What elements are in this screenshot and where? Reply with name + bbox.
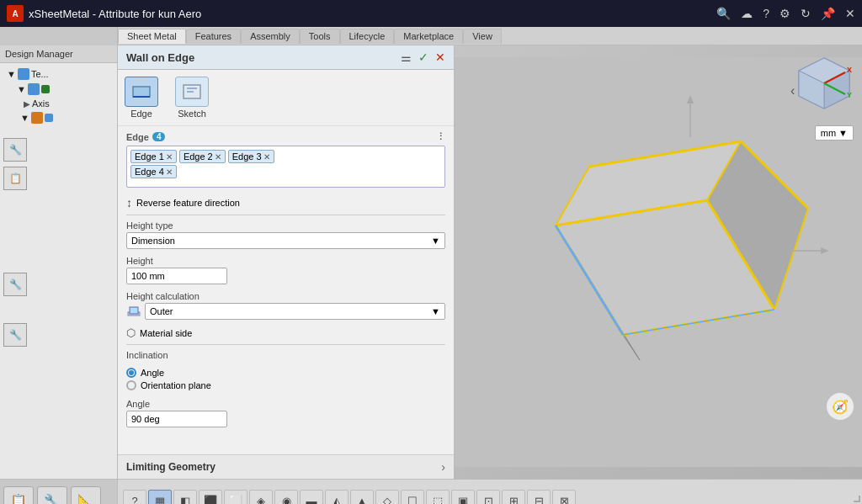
toolbar-icon-15[interactable]: ⊞ (502, 490, 525, 505)
main-layout: Design Manager ▼ Te... ▼ ▶ Axis ▼ (0, 45, 862, 479)
toolbar-icon-14[interactable]: ⊡ (476, 490, 500, 505)
sidebar-btn-4[interactable]: 🔧 (3, 323, 27, 347)
compass-icon[interactable]: 🧭 (827, 393, 854, 420)
panel-pin-icon[interactable]: ⚌ (401, 50, 412, 64)
toolbar-icon-9[interactable]: ▲ (350, 490, 374, 505)
unit-selector[interactable]: mm ▼ (815, 125, 854, 141)
panel-tabs: Edge Sketch (118, 70, 454, 126)
close-icon[interactable]: ✕ (845, 7, 855, 20)
angle-label: Angle (126, 399, 445, 409)
bottom-icon-btn-2[interactable]: 🔧 (37, 486, 67, 505)
edge-count: 4 (152, 132, 166, 141)
edge-tag-4[interactable]: Edge 4 ✕ (130, 165, 177, 178)
tree-item-child1[interactable]: ▼ (3, 82, 114, 97)
pin-icon[interactable]: 📌 (821, 7, 835, 20)
toolbar-icon-10[interactable]: ◇ (375, 490, 399, 505)
bottom-left-panel: 📋 🔧 📐 (0, 480, 118, 505)
toolbar-icon-11[interactable]: ☐ (401, 490, 424, 505)
toolbar-icon-6[interactable]: ◉ (274, 490, 298, 505)
tab-view[interactable]: View (463, 29, 502, 44)
toolbar-icon-12[interactable]: ⬚ (426, 490, 450, 505)
toolbar-icon-13[interactable]: ▣ (451, 490, 475, 505)
edge-section-label: Edge 4 ⋮ (126, 131, 445, 142)
edge-tag-2[interactable]: Edge 2 ✕ (179, 150, 226, 163)
edge-label-text: Edge (126, 132, 149, 142)
unit-value: mm (821, 128, 836, 138)
toolbar-icon-2[interactable]: ◧ (173, 490, 197, 505)
panel-accept-icon[interactable]: ✓ (418, 50, 428, 64)
inclination-row: Inclination (118, 347, 454, 365)
toolbar-icon-help[interactable]: ? (123, 490, 146, 505)
height-type-select[interactable]: Dimension ▼ (126, 232, 445, 249)
edge-tag-3-close[interactable]: ✕ (263, 152, 270, 162)
limiting-geometry-bar[interactable]: Limiting Geometry › (118, 454, 454, 479)
reverse-icon: ↕ (126, 196, 132, 210)
bottom-icon-btn-1[interactable]: 📋 (3, 486, 34, 505)
resize-handle[interactable] (854, 496, 860, 502)
edge-tag-1-close[interactable]: ✕ (166, 152, 173, 162)
edge-section-menu-icon[interactable]: ⋮ (436, 131, 445, 142)
cloud-icon[interactable]: ☁ (741, 7, 753, 20)
reverse-label: Reverse feature direction (136, 198, 240, 208)
settings-icon[interactable]: ⚙ (780, 7, 790, 20)
tree-item-root[interactable]: ▼ Te... (3, 66, 114, 82)
sidebar-btn-1[interactable]: 🔧 (3, 138, 27, 162)
tree-icon-root (18, 68, 29, 80)
limit-label: Limiting Geometry (126, 461, 216, 473)
toolbar-icon-16[interactable]: ⊟ (527, 490, 551, 505)
angle-input[interactable] (126, 411, 227, 427)
radio-orientation-btn[interactable] (126, 380, 136, 390)
height-calc-dropdown-icon: ▼ (431, 306, 440, 316)
tab-marketplace[interactable]: Marketplace (394, 29, 463, 44)
search-icon[interactable]: 🔍 (716, 7, 731, 20)
radio-angle-row[interactable]: Angle (126, 368, 445, 378)
edge-tags-row-1: Edge 1 ✕ Edge 2 ✕ Edge 3 ✕ (130, 150, 441, 163)
toolbar-icon-7[interactable]: ▬ (300, 490, 323, 505)
edge-tag-1[interactable]: Edge 1 ✕ (130, 150, 177, 163)
height-type-label: Height type (126, 220, 445, 231)
toolbar-icon-1[interactable]: ▦ (148, 490, 172, 505)
radio-angle-btn[interactable] (126, 368, 136, 378)
edge-tag-3[interactable]: Edge 3 ✕ (228, 150, 274, 163)
radio-orientation-row[interactable]: Orientation plane (126, 380, 445, 390)
panel-header: Wall on Edge ⚌ ✓ ✕ (118, 45, 454, 70)
toolbar-icon-17[interactable]: ⊠ (552, 490, 576, 505)
edge-tag-1-label: Edge 1 (135, 151, 164, 162)
sidebar-btn-3[interactable]: 🔧 (3, 273, 27, 296)
app-icon: A (7, 5, 24, 22)
height-calc-select[interactable]: Outer ▼ (145, 303, 445, 320)
edge-tag-2-label: Edge 2 (184, 151, 213, 162)
tab-features[interactable]: Features (186, 29, 241, 44)
panel-close-icon[interactable]: ✕ (435, 50, 445, 64)
tree-icon-gear (41, 85, 50, 93)
toolbar-icon-4[interactable]: ⬜ (224, 490, 247, 505)
help-icon[interactable]: ? (763, 7, 769, 20)
tab-edge[interactable]: Edge (125, 77, 158, 119)
panel-controls: ⚌ ✓ ✕ (401, 50, 445, 64)
toolbar-icon-5[interactable]: ◈ (249, 490, 273, 505)
title-bar-controls: 🔍 ☁ ? ⚙ ↻ 📌 ✕ (716, 7, 855, 20)
refresh-icon[interactable]: ↻ (801, 7, 811, 20)
tab-tools[interactable]: Tools (300, 29, 340, 44)
svg-text:X: X (847, 66, 852, 74)
edge-tag-2-close[interactable]: ✕ (215, 152, 221, 162)
tree-item-child2[interactable]: ▶ Axis (3, 97, 114, 110)
edge-tags-row-2: Edge 4 ✕ (130, 165, 441, 178)
tab-lifecycle[interactable]: Lifecycle (340, 29, 395, 44)
toolbar-icon-3[interactable]: ⬛ (199, 490, 222, 505)
toolbar-icons: ? ▦ ◧ ⬛ ⬜ ◈ ◉ ▬ ◭ ▲ ◇ ☐ ⬚ ▣ ⊡ ⊞ ⊟ ⊠ (118, 488, 862, 505)
nav-cube: ‹ X Y (786, 54, 854, 121)
toolbar-icon-8[interactable]: ◭ (325, 490, 349, 505)
tab-sheet-metal[interactable]: Sheet Metal (118, 29, 186, 44)
reverse-feature-btn[interactable]: ↕ Reverse feature direction (118, 193, 454, 213)
edge-tags-container[interactable]: Edge 1 ✕ Edge 2 ✕ Edge 3 ✕ Edge 4 (126, 146, 445, 188)
tab-assembly[interactable]: Assembly (241, 29, 300, 44)
tree-item-child3[interactable]: ▼ (3, 110, 114, 125)
height-type-row: Height type Dimension ▼ (118, 217, 454, 252)
tab-sketch[interactable]: Sketch (175, 77, 209, 119)
sidebar-btn-2[interactable]: 📋 (3, 167, 27, 190)
height-input[interactable] (126, 268, 227, 284)
design-manager-label: Design Manager (0, 45, 117, 63)
bottom-icon-btn-3[interactable]: 📐 (71, 486, 101, 505)
edge-tag-4-close[interactable]: ✕ (166, 167, 173, 177)
